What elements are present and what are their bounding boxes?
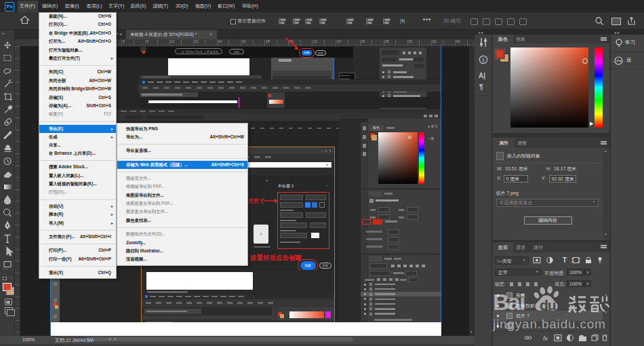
svg-text:i: i xyxy=(483,56,485,63)
svg-text:fx: fx xyxy=(543,335,548,342)
svg-text:T: T xyxy=(563,256,567,264)
